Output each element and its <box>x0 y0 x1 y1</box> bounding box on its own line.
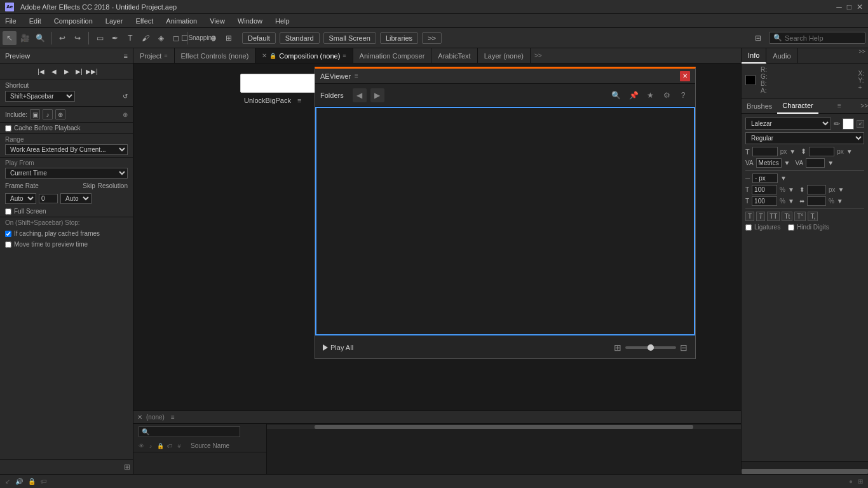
move-time-checkbox[interactable] <box>5 241 11 248</box>
preview-menu-icon[interactable]: ≡ <box>124 52 128 60</box>
menu-effect[interactable]: Effect <box>133 16 156 26</box>
menu-view[interactable]: View <box>207 16 227 26</box>
tab-animation-composer[interactable]: Animation Composer <box>353 48 432 64</box>
style-btn-all-caps[interactable]: TT <box>767 212 780 221</box>
layer-audio-icon[interactable]: ♪ <box>147 442 154 450</box>
tab-audio[interactable]: Audio <box>766 48 797 64</box>
include-audio-icon[interactable]: ♪ <box>43 109 53 119</box>
play-next-frame[interactable]: ▶| <box>74 66 85 76</box>
layer-lock-icon[interactable]: 🔒 <box>156 442 164 450</box>
right-panel-scroll[interactable] <box>742 461 868 474</box>
workspace-standard[interactable]: Standard <box>280 32 320 44</box>
play-stop[interactable]: ▶ <box>62 66 72 76</box>
tab-layer[interactable]: Layer (none) <box>478 48 531 64</box>
dash-dropdown[interactable]: ▼ <box>780 175 787 182</box>
timeline-menu-icon[interactable]: ≡ <box>171 414 175 421</box>
status-icon-4[interactable]: 🏷 <box>41 478 47 485</box>
menu-layer[interactable]: Layer <box>103 16 126 26</box>
include-overlay-icon[interactable]: ⊕ <box>55 109 65 119</box>
tab-more-button[interactable]: >> <box>531 52 546 59</box>
font-family-select[interactable]: Lalezar <box>745 118 831 130</box>
play-prev-frame[interactable]: ◀ <box>49 66 59 76</box>
timeline-close-icon[interactable]: ✕ <box>137 414 142 421</box>
shortcut-select[interactable]: Shift+Spacebar <box>5 91 75 102</box>
hindi-digits-checkbox[interactable] <box>788 224 794 231</box>
status-icon-2[interactable]: 🔊 <box>15 478 23 485</box>
size-slider[interactable] <box>625 346 676 349</box>
ae-viewer-star-icon[interactable]: ★ <box>643 88 657 102</box>
menu-window[interactable]: Window <box>235 16 265 26</box>
tracking-value-dropdown[interactable]: ▼ <box>827 159 834 166</box>
include-video-icon[interactable]: ▣ <box>30 109 40 119</box>
range-select[interactable]: Work Area Extended By Current... <box>5 144 128 155</box>
tool-align[interactable]: ⊞ <box>222 31 236 45</box>
line-height-input[interactable]: 33/9 <box>809 147 834 156</box>
tool-redo[interactable]: ↪ <box>71 31 85 45</box>
skip-input[interactable] <box>39 194 58 203</box>
minimize-button[interactable]: ─ <box>836 3 842 11</box>
timeline-scroll-thumb[interactable] <box>315 425 694 429</box>
workspace-more[interactable]: >> <box>422 32 442 44</box>
tool-stamp[interactable]: ◈ <box>154 31 168 45</box>
ae-viewer-pin-icon[interactable]: 📌 <box>627 88 641 102</box>
tab-effect-controls[interactable]: Effect Controls (none) <box>175 48 256 64</box>
snapping-checkbox[interactable]: ☐ <box>181 34 188 43</box>
timeline-scrollbar-horizontal[interactable] <box>267 424 741 429</box>
if-caching-checkbox[interactable] <box>5 231 11 237</box>
size-slider-thumb[interactable] <box>648 344 654 351</box>
character-panel-more[interactable]: ≡ <box>837 102 841 109</box>
grid-large-icon[interactable]: ⊟ <box>680 342 688 353</box>
cache-before-playback-checkbox[interactable] <box>5 125 11 132</box>
font-size-input[interactable]: 40 <box>752 147 778 156</box>
workspace-libraries[interactable]: Libraries <box>380 32 418 44</box>
include-more-icon[interactable]: ⊕ <box>123 111 128 118</box>
style-btn-faux-bold[interactable]: T <box>745 212 754 221</box>
tab-info[interactable]: Info <box>742 48 766 64</box>
tool-search[interactable]: 🔍 <box>33 31 47 45</box>
tool-select[interactable]: ↖ <box>3 31 17 45</box>
ligatures-checkbox[interactable] <box>745 224 752 231</box>
menu-animation[interactable]: Animation <box>163 16 200 26</box>
full-screen-checkbox[interactable] <box>5 208 11 215</box>
shortcut-reset-icon[interactable]: ↺ <box>123 93 128 100</box>
folder-menu-icon[interactable]: ≡ <box>297 97 301 104</box>
toggle-workspace[interactable]: ⊟ <box>751 31 765 45</box>
timeline-search-input[interactable] <box>139 426 240 437</box>
scale-v-dropdown[interactable]: ▼ <box>788 198 794 205</box>
style-btn-subscript[interactable]: T, <box>808 212 818 221</box>
tsr-dropdown[interactable]: ▼ <box>837 198 843 205</box>
tab-arabic-text[interactable]: ArabicText <box>431 48 477 64</box>
dash-input[interactable] <box>752 173 778 183</box>
baseline-dropdown[interactable]: ▼ <box>837 186 844 193</box>
play-from-select[interactable]: Current Time <box>5 168 128 179</box>
tab-composition-close[interactable]: ✕ <box>262 52 267 59</box>
title-controls[interactable]: ─ □ ✕ <box>836 3 863 11</box>
scale-v-input[interactable] <box>752 196 777 206</box>
menu-edit[interactable]: Edit <box>27 16 44 26</box>
ae-viewer-close-button[interactable]: ✕ <box>680 71 690 81</box>
tool-camera[interactable]: 🎥 <box>18 31 32 45</box>
play-last-frame[interactable]: ▶▶| <box>87 66 97 76</box>
tracking-value-input[interactable]: 0 <box>806 158 825 168</box>
workspace-small-screen[interactable]: Small Screen <box>323 32 376 44</box>
font-pen-icon[interactable]: ✏ <box>834 119 840 128</box>
maximize-button[interactable]: □ <box>847 3 851 11</box>
layer-eye-icon[interactable]: 👁 <box>137 442 145 450</box>
tool-magnet[interactable]: ⊕ <box>207 31 220 45</box>
tab-project-menu[interactable]: ≡ <box>164 53 167 59</box>
tab-composition-menu[interactable]: ≡ <box>342 53 346 59</box>
right-scroll-bar[interactable] <box>742 469 868 474</box>
tool-rect[interactable]: ▭ <box>93 31 107 45</box>
font-size-dropdown[interactable]: ▼ <box>789 148 796 155</box>
tsr-input[interactable]: 0 <box>807 196 826 206</box>
tool-text[interactable]: T <box>123 31 137 45</box>
play-all-button[interactable]: Play All <box>323 344 353 351</box>
font-style-select[interactable]: Regular <box>745 132 864 144</box>
tracking-type-select[interactable] <box>756 158 782 168</box>
resolution-select[interactable]: Auto <box>60 193 92 204</box>
info-panel-expand[interactable]: >> <box>856 48 868 63</box>
right-scroll-thumb-h[interactable] <box>742 469 868 474</box>
ae-viewer-menu-icon[interactable]: ≡ <box>355 72 358 79</box>
tab-composition[interactable]: ✕ 🔒 Composition (none) ≡ <box>255 48 353 64</box>
style-btn-faux-italic[interactable]: T <box>756 212 765 221</box>
